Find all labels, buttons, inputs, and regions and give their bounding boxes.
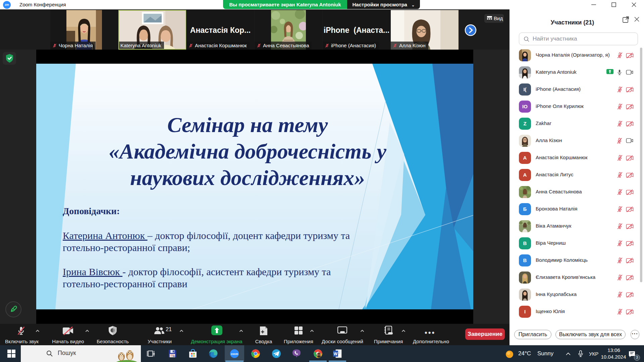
svg-text:64: 64 [173,355,175,357]
svg-text:W: W [334,352,338,356]
svg-text:zoom: zoom [231,352,238,356]
